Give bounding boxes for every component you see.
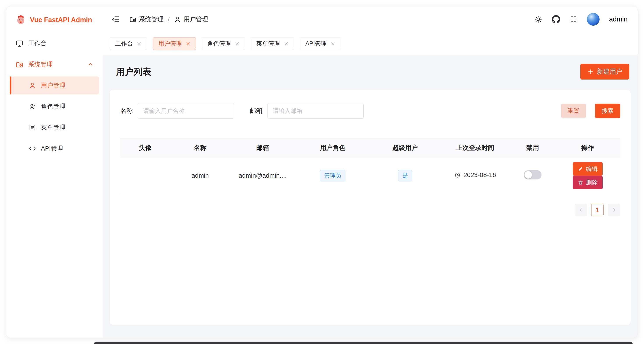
logo[interactable]: Vue FastAPI Admin: [6, 6, 103, 34]
filter-name-label: 名称: [120, 107, 133, 115]
search-button[interactable]: 搜索: [595, 104, 620, 118]
role-tag: 管理员: [320, 170, 346, 181]
tab-api-management[interactable]: API管理: [300, 37, 341, 50]
person-icon: [29, 82, 36, 89]
sidebar-item-system-management[interactable]: 系统管理: [10, 56, 99, 73]
sidebar-item-workbench[interactable]: 工作台: [10, 35, 99, 52]
theme-toggle-button[interactable]: [534, 15, 542, 23]
app-window: Vue FastAPI Admin 工作台 系统管理: [6, 6, 638, 338]
sidebar-item-label: 角色管理: [41, 102, 66, 111]
sidebar-item-api-management[interactable]: API管理: [10, 140, 99, 158]
name-input[interactable]: [138, 103, 234, 119]
table-header-name: 名称: [170, 139, 230, 157]
table-header-avatar: 头像: [120, 139, 170, 157]
sidebar-item-label: 工作台: [28, 39, 47, 48]
sidebar-item-label: 用户管理: [41, 81, 66, 90]
close-icon[interactable]: [136, 41, 142, 46]
tab-menu-management[interactable]: 菜单管理: [251, 37, 294, 50]
code-icon: [29, 145, 36, 152]
table-header-superuser: 超级用户: [370, 139, 440, 157]
superuser-tag: 是: [398, 170, 412, 181]
row-name: admin: [170, 157, 230, 194]
title-row: 用户列表 新建用户: [110, 60, 631, 83]
prev-page-button[interactable]: [574, 204, 587, 216]
github-button[interactable]: [552, 15, 560, 24]
tab-label: 工作台: [115, 40, 133, 48]
collapse-sidebar-button[interactable]: [112, 15, 120, 24]
plus-icon: [587, 68, 594, 75]
sun-icon: [534, 15, 542, 23]
tab-label: 角色管理: [207, 40, 231, 48]
bottom-dark-bar: [94, 341, 632, 344]
breadcrumb-label: 系统管理: [139, 15, 164, 24]
list-icon: [29, 124, 36, 131]
users-table: 头像 名称 邮箱 用户角色 超级用户 上次登录时间 禁用 操作: [120, 138, 620, 194]
trash-icon: [578, 180, 583, 185]
menu-fold-icon: [112, 15, 120, 24]
fullscreen-button[interactable]: [570, 16, 577, 23]
content: 用户列表 新建用户 名称 邮箱 重置 搜索: [103, 55, 638, 338]
close-icon[interactable]: [330, 41, 336, 46]
tab-user-management[interactable]: 用户管理: [153, 37, 196, 50]
table-header-row: 头像 名称 邮箱 用户角色 超级用户 上次登录时间 禁用 操作: [120, 139, 620, 157]
last-login-cell: 2023-08-16: [454, 171, 496, 179]
row-email: admin@admin....: [230, 157, 295, 194]
sidebar-menu: 工作台 系统管理 用户管理: [6, 34, 103, 161]
sidebar-item-menu-management[interactable]: 菜单管理: [10, 119, 99, 137]
last-login-text: 2023-08-16: [464, 171, 496, 179]
username: admin: [609, 15, 628, 23]
sidebar-item-role-management[interactable]: 角色管理: [10, 98, 99, 116]
edit-button[interactable]: 编辑: [573, 162, 603, 176]
breadcrumb-item-system-management[interactable]: 系统管理: [129, 15, 164, 24]
person-icon: [174, 16, 181, 23]
users-card: 名称 邮箱 重置 搜索 头像: [110, 90, 631, 325]
sidebar-item-label: 菜单管理: [41, 123, 66, 132]
filter-actions: 重置 搜索: [561, 104, 620, 118]
clock-icon: [454, 172, 461, 178]
tab-workbench[interactable]: 工作台: [110, 37, 147, 50]
next-page-button[interactable]: [608, 204, 620, 216]
close-icon[interactable]: [186, 41, 191, 46]
monitor-icon: [16, 40, 24, 47]
tabs-bar: 工作台 用户管理 角色管理 菜单管理 API管理: [103, 32, 638, 55]
breadcrumb: 系统管理 / 用户管理: [129, 15, 208, 24]
github-icon: [552, 15, 560, 24]
disabled-toggle[interactable]: [524, 170, 542, 179]
delete-button[interactable]: 删除: [573, 176, 603, 189]
page-title: 用户列表: [116, 66, 151, 78]
avatar[interactable]: [587, 13, 600, 26]
folder-gear-icon: [129, 16, 136, 23]
close-icon[interactable]: [284, 41, 289, 46]
tab-label: API管理: [305, 40, 327, 48]
breadcrumb-label: 用户管理: [184, 15, 208, 24]
tab-role-management[interactable]: 角色管理: [202, 37, 245, 50]
pencil-icon: [578, 166, 583, 172]
page-1-button[interactable]: 1: [591, 204, 604, 216]
tab-label: 菜单管理: [256, 40, 280, 48]
new-user-button[interactable]: 新建用户: [580, 64, 629, 80]
pagination: 1: [120, 204, 620, 216]
breadcrumb-item-user-management[interactable]: 用户管理: [174, 15, 208, 24]
reset-button[interactable]: 重置: [561, 104, 586, 118]
header-actions: admin: [534, 13, 628, 26]
sidebar-item-label: 系统管理: [28, 60, 53, 69]
header: 系统管理 / 用户管理: [103, 6, 638, 32]
chevron-left-icon: [578, 207, 584, 213]
person-x-icon: [29, 103, 36, 110]
sidebar-item-user-management[interactable]: 用户管理: [10, 77, 99, 94]
table-header-last-login: 上次登录时间: [440, 139, 510, 157]
table-header-actions: 操作: [555, 139, 620, 157]
table-header-disabled: 禁用: [510, 139, 555, 157]
chevron-up-icon: [87, 61, 94, 68]
edit-label: 编辑: [586, 165, 598, 173]
tab-label: 用户管理: [158, 40, 182, 48]
email-input[interactable]: [267, 103, 364, 119]
close-icon[interactable]: [234, 41, 240, 46]
chicken-logo-icon: [16, 15, 26, 25]
fullscreen-icon: [570, 16, 577, 23]
filter-email-label: 邮箱: [250, 107, 262, 115]
new-user-label: 新建用户: [597, 67, 622, 76]
main-area: 系统管理 / 用户管理: [103, 6, 638, 338]
folder-gear-icon: [16, 61, 24, 68]
table-header-email: 邮箱: [230, 139, 295, 157]
